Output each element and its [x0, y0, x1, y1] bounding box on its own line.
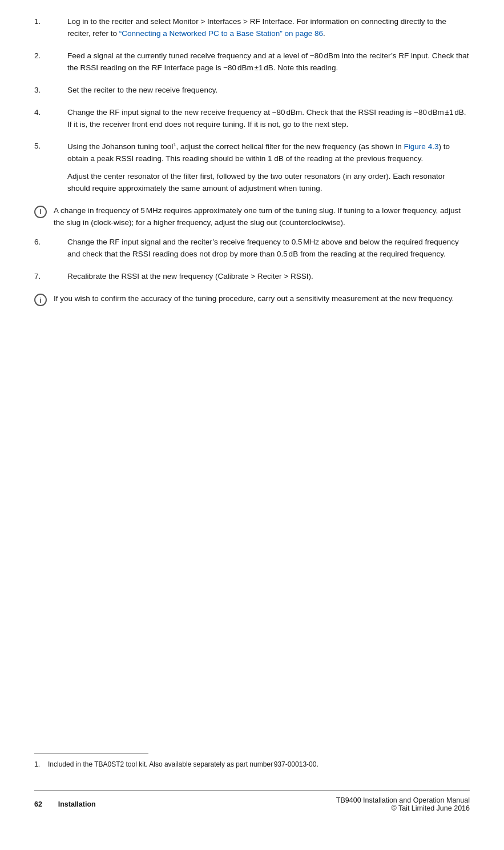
main-list: Log in to the reciter and select Monitor… — [34, 16, 470, 195]
manual-title: TB9400 Installation and Operation Manual — [336, 796, 470, 804]
info-text-1: A change in frequency of 5 MHz requires … — [54, 205, 470, 229]
list-item: Log in to the reciter and select Monitor… — [34, 16, 470, 40]
copyright: © Tait Limited June 2016 — [336, 804, 470, 812]
list-item: Feed a signal at the currently tuned rec… — [34, 50, 470, 74]
footnote-text: Included in the TBA0ST2 tool kit. Also a… — [48, 759, 318, 769]
list-item: Change the RF input signal to the new re… — [34, 107, 470, 131]
page-wrapper: Log in to the reciter and select Monitor… — [0, 0, 504, 850]
footnote-divider — [34, 753, 148, 753]
connecting-link[interactable]: “Connecting a Networked PC to a Base Sta… — [119, 29, 323, 38]
list-text: Set the reciter to the new receive frequ… — [67, 86, 217, 94]
figure-link[interactable]: Figure 4.3 — [404, 142, 439, 151]
footer-left: 62 Installation — [34, 800, 96, 808]
info-box-2: i If you wish to confirm the accuracy of… — [34, 293, 470, 306]
list-content: Feed a signal at the currently tuned rec… — [67, 50, 470, 74]
list-item: Change the RF input signal and the recit… — [34, 236, 470, 260]
list-item: Using the Johanson tuning tool1, adjust … — [34, 141, 470, 194]
list-content: Change the RF input signal to the new re… — [67, 107, 470, 131]
main-content: Log in to the reciter and select Monitor… — [34, 10, 470, 528]
sub-para-text: Adjust the center resonator of the filte… — [67, 172, 445, 193]
list-text: Change the RF input signal and the recit… — [67, 238, 459, 258]
list-text: Change the RF input signal to the new re… — [67, 108, 466, 129]
list-item: Set the reciter to the new receive frequ… — [34, 85, 470, 97]
list-content: Set the reciter to the new receive frequ… — [67, 85, 470, 97]
list-text-5a: Using the Johanson tuning tool1, adjust … — [67, 142, 404, 151]
footer-spacer — [44, 800, 56, 808]
footnote-ref-1: 1 — [173, 141, 176, 147]
list-item: Recalibrate the RSSI at the new frequenc… — [34, 271, 470, 283]
page-footer: 62 Installation TB9400 Installation and … — [34, 790, 470, 816]
info-icon-label: i — [39, 207, 42, 216]
main-list-continued: Change the RF input signal and the recit… — [34, 236, 470, 283]
footer-right: TB9400 Installation and Operation Manual… — [336, 796, 470, 812]
footnote-item-1: 1. Included in the TBA0ST2 tool kit. Als… — [34, 759, 470, 769]
info-text-2: If you wish to confirm the accuracy of t… — [54, 293, 470, 305]
list-content: Change the RF input signal and the recit… — [67, 236, 470, 260]
info-box-1: i A change in frequency of 5 MHz require… — [34, 205, 470, 229]
info-icon-label-2: i — [39, 296, 42, 304]
list-text: Recalibrate the RSSI at the new frequenc… — [67, 272, 313, 280]
list-content: Log in to the reciter and select Monitor… — [67, 16, 470, 40]
info-icon-2: i — [34, 294, 47, 306]
list-content: Using the Johanson tuning tool1, adjust … — [67, 141, 470, 194]
section-name: Installation — [58, 800, 96, 808]
footnote-number: 1. — [34, 759, 43, 769]
list-content: Recalibrate the RSSI at the new frequenc… — [67, 271, 470, 283]
page-spacer — [34, 528, 470, 741]
footnotes-section: 1. Included in the TBA0ST2 tool kit. Als… — [34, 741, 470, 773]
sub-paragraph: Adjust the center resonator of the filte… — [67, 171, 470, 195]
info-icon-1: i — [34, 206, 47, 218]
list-text: Feed a signal at the currently tuned rec… — [67, 51, 469, 72]
page-number: 62 — [34, 800, 42, 808]
list-text-end: . — [323, 29, 325, 38]
